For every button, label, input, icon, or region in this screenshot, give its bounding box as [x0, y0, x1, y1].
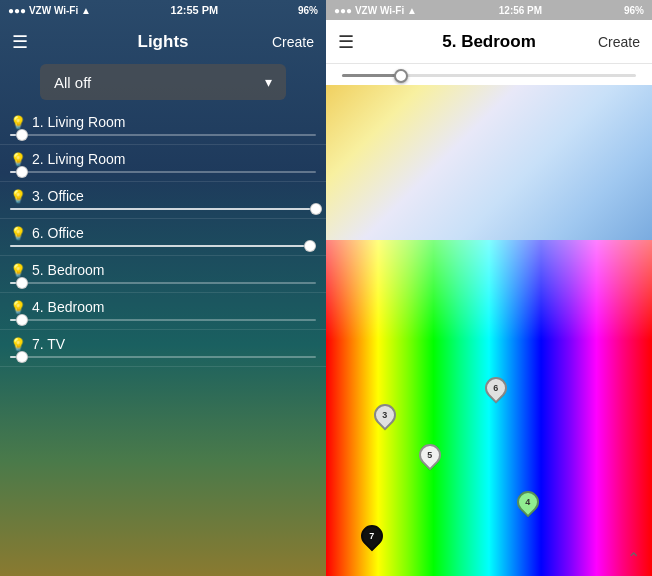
bulb-icon: 💡 — [10, 115, 26, 130]
pin-label: 6 — [493, 383, 498, 393]
chevron-down-icon: ▾ — [265, 74, 272, 90]
light-item-1[interactable]: 💡 1. Living Room — [0, 108, 326, 145]
light-slider-track[interactable] — [10, 134, 316, 136]
light-slider-track[interactable] — [10, 356, 316, 358]
light-slider-track[interactable] — [10, 171, 316, 173]
left-menu-button[interactable]: ☰ — [12, 31, 28, 53]
bulb-icon: 💡 — [10, 337, 26, 352]
bulb-icon: 💡 — [10, 300, 26, 315]
light-item-6[interactable]: 💡 6. Office — [0, 219, 326, 256]
light-item-7[interactable]: 💡 7. TV — [0, 330, 326, 367]
color-pin-5[interactable]: 5 — [419, 444, 441, 466]
bulb-icon: 💡 — [10, 152, 26, 167]
slider-thumb[interactable] — [16, 277, 28, 289]
all-off-bar[interactable]: All off ▾ — [40, 64, 286, 100]
brightness-slider-container[interactable] — [326, 64, 652, 85]
light-item-4[interactable]: 💡 4. Bedroom — [0, 293, 326, 330]
light-name: 3. Office — [32, 188, 84, 204]
slider-thumb[interactable] — [16, 129, 28, 141]
light-slider-track[interactable] — [10, 319, 316, 321]
slider-fill — [10, 245, 304, 247]
brightness-slider-track[interactable] — [342, 74, 636, 77]
right-panel: ●●● VZW Wi-Fi ▲ 12:56 PM 96% ☰ 5. Bedroo… — [326, 0, 652, 576]
slider-thumb[interactable] — [16, 314, 28, 326]
pin-body: 4 — [513, 487, 544, 518]
light-list: 💡 1. Living Room 💡 2. Living Room 💡 3. O… — [0, 108, 326, 576]
slider-fill — [10, 208, 310, 210]
right-create-button[interactable]: Create — [598, 34, 640, 50]
light-name: 4. Bedroom — [32, 299, 104, 315]
left-carrier: ●●● VZW Wi-Fi ▲ — [8, 5, 91, 16]
bulb-icon: 💡 — [10, 189, 26, 204]
brightness-slider-thumb[interactable] — [394, 69, 408, 83]
pin-body: 5 — [415, 439, 446, 470]
left-status-bar: ●●● VZW Wi-Fi ▲ 12:55 PM 96% — [0, 0, 326, 20]
bulb-icon: 💡 — [10, 263, 26, 278]
chevron-up-icon[interactable]: ⌃ — [627, 549, 640, 568]
right-nav-bar: ☰ 5. Bedroom Create — [326, 20, 652, 64]
pin-label: 5 — [428, 450, 433, 460]
color-pin-7[interactable]: 7 — [361, 525, 383, 547]
bulb-icon: 💡 — [10, 226, 26, 241]
light-slider-track[interactable] — [10, 245, 316, 247]
left-create-button[interactable]: Create — [272, 34, 314, 50]
left-battery: 96% — [298, 5, 318, 16]
light-name: 2. Living Room — [32, 151, 125, 167]
pin-label: 3 — [382, 410, 387, 420]
light-item-2[interactable]: 💡 2. Living Room — [0, 145, 326, 182]
pin-body: 7 — [356, 520, 387, 551]
left-time: 12:55 PM — [171, 4, 219, 16]
pin-label: 4 — [526, 497, 531, 507]
light-item-5[interactable]: 💡 5. Bedroom — [0, 256, 326, 293]
light-name: 1. Living Room — [32, 114, 125, 130]
right-status-bar: ●●● VZW Wi-Fi ▲ 12:56 PM 96% — [326, 0, 652, 20]
slider-thumb[interactable] — [310, 203, 322, 215]
color-pin-6[interactable]: 6 — [485, 377, 507, 399]
pin-body: 6 — [480, 372, 511, 403]
light-slider-track[interactable] — [10, 282, 316, 284]
right-carrier: ●●● VZW Wi-Fi ▲ — [334, 5, 417, 16]
pin-label: 7 — [369, 531, 374, 541]
left-title: Lights — [138, 32, 189, 52]
light-slider-track[interactable] — [10, 208, 316, 210]
color-pin-3[interactable]: 3 — [374, 404, 396, 426]
right-title: 5. Bedroom — [442, 32, 536, 52]
color-pin-4[interactable]: 4 — [517, 491, 539, 513]
pin-body: 3 — [369, 399, 400, 430]
light-name: 6. Office — [32, 225, 84, 241]
all-off-label: All off — [54, 74, 91, 91]
light-name: 5. Bedroom — [32, 262, 104, 278]
light-item-3[interactable]: 💡 3. Office — [0, 182, 326, 219]
right-time: 12:56 PM — [499, 5, 542, 16]
slider-thumb[interactable] — [304, 240, 316, 252]
brightness-slider-fill — [342, 74, 401, 77]
color-picker-rainbow[interactable]: 3 6 5 4 7 ⌃ — [326, 240, 652, 576]
slider-thumb[interactable] — [16, 351, 28, 363]
right-menu-button[interactable]: ☰ — [338, 31, 354, 53]
light-name: 7. TV — [32, 336, 65, 352]
slider-thumb[interactable] — [16, 166, 28, 178]
color-picker-warm[interactable] — [326, 85, 652, 240]
left-panel: ●●● VZW Wi-Fi ▲ 12:55 PM 96% ☰ Lights Cr… — [0, 0, 326, 576]
right-battery: 96% — [624, 5, 644, 16]
left-nav-bar: ☰ Lights Create — [0, 20, 326, 64]
